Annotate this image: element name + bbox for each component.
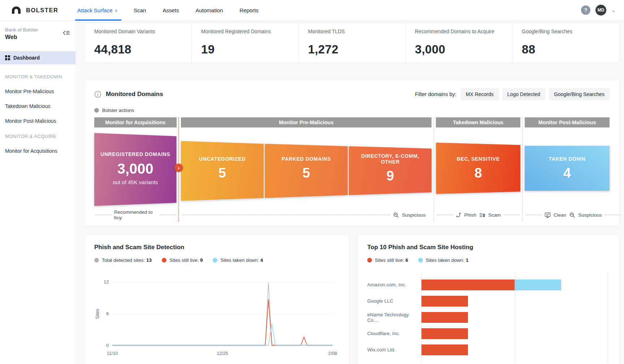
y-axis-label: Sites (94, 280, 101, 348)
y-tick: 12 (104, 280, 109, 285)
bar-sites-still-live[interactable] (421, 280, 515, 290)
hosting-bar-track (421, 280, 607, 290)
sidebar-item-dashboard[interactable]: Dashboard (0, 51, 75, 64)
bar-sites-taken-down[interactable] (515, 280, 561, 290)
bar-sites-still-live[interactable] (421, 328, 468, 339)
segment-value: 5 (302, 165, 310, 181)
segment-label: DIRECTORY, E-COMM, OTHER (352, 153, 428, 165)
svg-text:$: $ (483, 213, 485, 217)
funnel-divider (520, 117, 525, 221)
footer-label-scam: Scam (488, 212, 501, 218)
suspicious-icon (393, 212, 399, 218)
column-header: Monitor Pre-Malicious (181, 117, 432, 127)
segment-label: TAKEN DOWN (549, 156, 585, 162)
hosting-row: Google LLC (367, 293, 610, 309)
stat-value: 19 (201, 43, 298, 56)
segment-sublabel: out of 45K variants (113, 179, 158, 185)
funnel-footer-acquisitions: Recommended to buy (94, 208, 177, 221)
scam-icon: $ (479, 212, 485, 218)
legend-label: Bolster actions (102, 108, 134, 113)
funnel-segment-taken-down[interactable]: TAKEN DOWN 4 (525, 128, 610, 208)
footer-label-recommended-to-buy: Recommended to buy (114, 209, 157, 220)
column-header: Monitor for Acquisitions (94, 117, 177, 127)
footer-label-suspicious: Suspicious (402, 212, 425, 218)
segment-value: 9 (386, 168, 394, 184)
segment-value: 3,000 (117, 161, 153, 177)
funnel-segment-parked-domains[interactable]: PARKED DOMAINS 5 (265, 128, 348, 208)
stat-value: 3,000 (415, 43, 512, 56)
column-header: Monitor Post-Malicious (525, 117, 610, 127)
org-switcher: Bank of Bolster Web (0, 21, 75, 46)
y-tick: 6 (106, 311, 109, 316)
hosting-row: Cloudflare, Inc. (367, 325, 610, 342)
segment-value: 4 (563, 165, 571, 181)
nav-reports[interactable]: Reports (239, 0, 259, 21)
domain-funnel: Monitor for Acquisitions UNREGISTERED DO… (94, 117, 610, 221)
dashboard-icon (5, 55, 10, 60)
sidebar-section-monitor-takedown: MONITOR & TAKEDOWN (0, 74, 75, 79)
chart-title: Phish and Scam Site Detection (94, 244, 340, 251)
stat-monitored-tlds: Monitored TLDS 1,272 (298, 23, 405, 63)
main-nav: Attack Surface› Scan Assets Automation R… (77, 0, 259, 21)
sidebar-collapse-icon[interactable] (62, 30, 70, 36)
filter-mx-records-button[interactable]: MX Records (461, 88, 499, 100)
funnel-segment-unregistered-domains[interactable]: UNREGISTERED DOMAINS 3,000 out of 45K va… (94, 128, 177, 208)
nav-assets[interactable]: Assets (162, 0, 179, 21)
funnel-advance-arrow-icon[interactable]: › (174, 164, 183, 172)
legend-dot (418, 258, 423, 263)
segment-label: BEC, SENSITIVE (457, 156, 500, 162)
bar-sites-still-live[interactable] (421, 344, 468, 355)
top-navigation-bar: BOLSTER Attack Surface› Scan Assets Auto… (0, 0, 624, 21)
funnel-segment-uncategorized[interactable]: UNCATEGORIZED 5 (181, 128, 264, 208)
hosting-row: Wix.com Ltd. (367, 342, 610, 358)
stat-value: 88 (522, 43, 619, 56)
hosting-legend: Sites still live: 6 Sites taken down: 1 (367, 257, 610, 263)
segment-value: 8 (474, 165, 482, 181)
chevron-down-icon[interactable]: ⌄ (611, 8, 615, 13)
funnel-segment-directory-ecomm-other[interactable]: DIRECTORY, E-COMM, OTHER 9 (349, 128, 432, 208)
nav-automation[interactable]: Automation (195, 0, 223, 21)
nav-attack-surface[interactable]: Attack Surface› (77, 0, 117, 21)
hosting-category-label: Wix.com Ltd. (367, 347, 421, 352)
workspace-name: Web (5, 34, 38, 40)
filter-google-bing-searches-button[interactable]: Google/Bing Searches (549, 88, 610, 100)
nav-scan[interactable]: Scan (134, 0, 146, 21)
sidebar-item-monitor-for-acquisitions[interactable]: Monitor for Acquisitions (0, 148, 75, 154)
sidebar-item-monitor-pre-malicious[interactable]: Monitor Pre-Malicious (0, 88, 75, 94)
x-tick: 11/10 (107, 351, 118, 356)
filter-label: Filter domains by: (415, 91, 456, 97)
footer-label-suspicious: Suspicious (578, 212, 602, 218)
funnel-divider: › (177, 117, 181, 221)
legend-dot (94, 258, 99, 263)
detection-legend: Total detected sites: 13 Sites still liv… (94, 257, 340, 263)
card-title: Monitored Domains (106, 91, 163, 98)
legend-sites-still-live: Sites still live: 9 (162, 257, 203, 263)
hosting-bar-track (421, 296, 607, 307)
stat-google-bing-searches: Google/Bing Searches 88 (512, 23, 619, 63)
clean-monitor-icon (545, 212, 551, 218)
suspicious-icon (569, 212, 575, 218)
detection-svg (112, 280, 333, 348)
sidebar-item-monitor-post-malicious[interactable]: Monitor Post-Malicious (0, 118, 75, 124)
top-hosting-card: Top 10 Phish and Scam Site Hosting Sites… (358, 234, 619, 364)
footer-label-clean: Clean (554, 212, 566, 218)
stat-label: Monitored Domain Variants (94, 29, 191, 34)
y-axis-ticks: 0612 (101, 280, 112, 348)
bar-sites-still-live[interactable] (421, 312, 468, 323)
segment-label: UNREGISTERED DOMAINS (100, 151, 170, 157)
stat-label: Recommended Domains to Acquire (415, 29, 512, 34)
filter-logo-detected-button[interactable]: Logo Detected (502, 88, 545, 100)
phish-scam-detection-card: Phish and Scam Site Detection Total dete… (84, 234, 350, 364)
stat-label: Monitored TLDS (308, 29, 405, 34)
avatar[interactable]: MD (595, 5, 606, 16)
funnel-segment-bec-sensitive[interactable]: BEC, SENSITIVE 8 (436, 128, 520, 208)
bolster-logo-icon (11, 6, 22, 14)
info-icon[interactable] (94, 91, 101, 98)
help-icon[interactable]: ? (581, 5, 590, 15)
hosting-row: eName Technology Co.... (367, 309, 610, 325)
legend-sites-taken-down: Sites taken down: 1 (418, 257, 468, 263)
sidebar-item-takedown-malicious[interactable]: Takedown Malicious (0, 103, 75, 109)
bar-sites-still-live[interactable] (421, 296, 468, 307)
main-content: Monitored Domain Variants 44,818 Monitor… (76, 21, 624, 364)
sidebar-item-label: Dashboard (13, 55, 40, 61)
